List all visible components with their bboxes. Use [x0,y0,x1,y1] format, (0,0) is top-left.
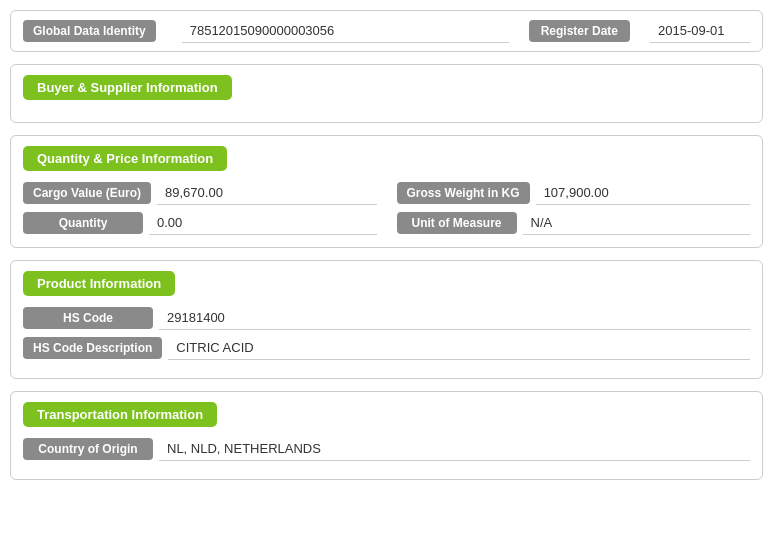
buyer-supplier-section: Buyer & Supplier Information [10,64,763,123]
uom-label: Unit of Measure [397,212,517,234]
hs-desc-label: HS Code Description [23,337,162,359]
quantity-label: Quantity [23,212,143,234]
global-identity-label: Global Data Identity [23,20,156,42]
uom-group: Unit of Measure N/A [397,211,751,235]
hs-desc-row: HS Code Description CITRIC ACID [23,336,750,360]
register-date-label: Register Date [529,20,630,42]
register-date-value: 2015-09-01 [650,19,750,43]
transportation-header: Transportation Information [23,402,217,427]
quantity-price-section: Quantity & Price Information Cargo Value… [10,135,763,248]
country-origin-label: Country of Origin [23,438,153,460]
global-identity-value: 78512015090000003056 [182,19,509,43]
global-data-section: Global Data Identity 7851201509000000305… [10,10,763,52]
hs-code-label: HS Code [23,307,153,329]
product-section: Product Information HS Code 29181400 HS … [10,260,763,379]
quantity-value: 0.00 [149,211,377,235]
uom-value: N/A [523,211,751,235]
gross-weight-value: 107,900.00 [536,181,750,205]
country-origin-value: NL, NLD, NETHERLANDS [159,437,750,461]
cargo-quantity-row: Cargo Value (Euro) 89,670.00 Gross Weigh… [23,181,750,205]
gross-weight-label: Gross Weight in KG [397,182,530,204]
hs-desc-value: CITRIC ACID [168,336,750,360]
quantity-group: Quantity 0.00 [23,211,377,235]
transportation-section: Transportation Information Country of Or… [10,391,763,480]
quantity-uom-row: Quantity 0.00 Unit of Measure N/A [23,211,750,235]
country-origin-row: Country of Origin NL, NLD, NETHERLANDS [23,437,750,461]
buyer-supplier-header: Buyer & Supplier Information [23,75,232,100]
gross-weight-group: Gross Weight in KG 107,900.00 [397,181,751,205]
product-header: Product Information [23,271,175,296]
cargo-value-group: Cargo Value (Euro) 89,670.00 [23,181,377,205]
cargo-value-value: 89,670.00 [157,181,376,205]
hs-code-value: 29181400 [159,306,750,330]
cargo-value-label: Cargo Value (Euro) [23,182,151,204]
hs-code-row: HS Code 29181400 [23,306,750,330]
quantity-price-header: Quantity & Price Information [23,146,227,171]
